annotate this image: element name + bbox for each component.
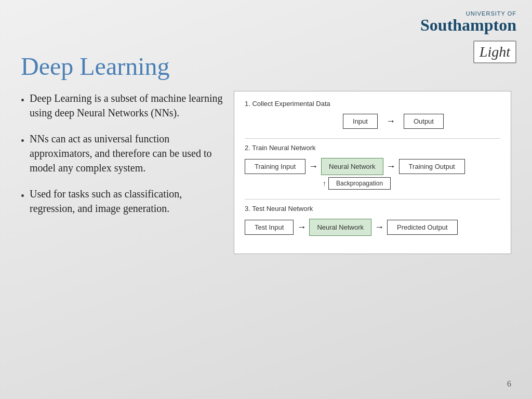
slide: UNIVERSITY OF Southampton Light Deep Lea… [0,0,532,399]
section1-label: 1. Collect Experimental Data [245,100,500,108]
diagram-container: 1. Collect Experimental Data Input → Out… [234,91,511,254]
section2-label: 2. Train Neural Network [245,144,500,152]
predicted-output-box: Predicted Output [387,220,458,235]
southampton-text: Southampton [420,16,516,34]
bullet-item-3: • Used for tasks such as classification,… [21,187,223,216]
section1-output-box: Output [404,114,444,129]
bullet-item-2: • NNs can act as universal function appr… [21,131,223,175]
section1-input-box: Input [343,114,378,129]
bullet-dot-1: • [21,93,24,108]
bullet-item-1: • Deep Learning is a subset of machine l… [21,91,223,120]
content-area: • Deep Learning is a subset of machine l… [21,91,511,254]
training-output-box: Training Output [399,159,465,174]
section3-neural-network-box: Neural Network [309,219,371,236]
header: UNIVERSITY OF Southampton Light [420,10,516,63]
diagram-section-1: 1. Collect Experimental Data Input → Out… [245,100,500,129]
section2-flow-row: Training Input → Neural Network → Traini… [245,158,500,175]
diagram-section-3: 3. Test Neural Network Test Input → Neur… [245,205,500,236]
diagram-section-2: 2. Train Neural Network Training Input →… [245,144,500,190]
backprop-area: ↑ Backpropagation [323,177,500,190]
section1-flow: Input → Output [245,114,500,129]
light-logo: Light [473,41,516,63]
light-logo-container: Light [420,36,516,63]
bullet-list: • Deep Learning is a subset of machine l… [21,91,223,254]
university-logo: UNIVERSITY OF Southampton Light [420,10,516,63]
section2-neural-network-box: Neural Network [321,158,383,175]
training-input-box: Training Input [245,159,305,174]
section3-flow: Test Input → Neural Network → Predicted … [245,219,500,236]
page-number: 6 [507,379,511,389]
section3-label: 3. Test Neural Network [245,205,500,212]
bullet-dot-2: • [21,134,24,148]
backprop-box: Backpropagation [328,177,391,190]
divider-2 [245,199,500,200]
bullet-text-2: NNs can act as universal function approx… [30,131,223,175]
test-input-box: Test Input [245,220,294,235]
bullet-dot-3: • [21,189,24,203]
bullet-text-1: Deep Learning is a subset of machine lea… [30,91,223,120]
bullet-text-3: Used for tasks such as classification, r… [30,187,223,216]
divider-1 [245,138,500,139]
